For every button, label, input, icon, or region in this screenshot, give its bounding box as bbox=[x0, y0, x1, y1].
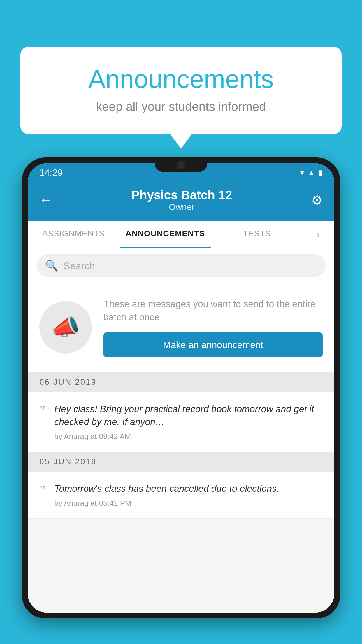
empty-state: 📣 These are messages you want to send to… bbox=[28, 283, 334, 372]
make-announcement-button[interactable]: Make an announcement bbox=[103, 332, 323, 357]
search-icon: 🔍 bbox=[45, 260, 58, 272]
tab-announcements[interactable]: ANNOUNCEMENTS bbox=[120, 221, 211, 249]
signal-icon: ▲ bbox=[307, 168, 315, 177]
phone-camera bbox=[177, 161, 185, 169]
announcement-item-2[interactable]: " Tomorrow's class has been cancelled du… bbox=[28, 472, 334, 519]
tab-tests[interactable]: TESTS bbox=[211, 221, 303, 248]
battery-icon: ▮ bbox=[319, 168, 323, 177]
phone-notch bbox=[155, 158, 207, 172]
phone-mockup: 14:29 ▾ ▲ ▮ ← Physics Batch 12 Owner ⚙ bbox=[22, 158, 340, 644]
header-subtitle: Owner bbox=[52, 202, 311, 212]
quote-icon-1: " bbox=[39, 404, 45, 419]
header-title-block: Physics Batch 12 Owner bbox=[52, 188, 311, 212]
bubble-subtitle: keep all your students informed bbox=[44, 100, 318, 114]
phone-outer: 14:29 ▾ ▲ ▮ ← Physics Batch 12 Owner ⚙ bbox=[22, 158, 340, 618]
announcement-meta-1: by Anurag at 09:42 AM bbox=[54, 432, 323, 441]
settings-button[interactable]: ⚙ bbox=[311, 193, 323, 208]
header-title: Physics Batch 12 bbox=[52, 188, 311, 202]
tabs-bar: ASSIGNMENTS ANNOUNCEMENTS TESTS › bbox=[28, 221, 334, 249]
date-separator-2: 05 JUN 2019 bbox=[28, 452, 334, 472]
tab-assignments[interactable]: ASSIGNMENTS bbox=[28, 221, 120, 248]
bubble-title: Announcements bbox=[44, 64, 318, 94]
empty-icon-circle: 📣 bbox=[39, 301, 92, 354]
announcement-body-1: Hey class! Bring your practical record b… bbox=[54, 402, 323, 441]
speech-bubble-card: Announcements keep all your students inf… bbox=[20, 47, 342, 134]
speech-bubble-section: Announcements keep all your students inf… bbox=[20, 47, 342, 134]
status-icons: ▾ ▲ ▮ bbox=[300, 168, 323, 177]
content-area: 🔍 Search 📣 These are messages you want t… bbox=[28, 249, 334, 612]
back-button[interactable]: ← bbox=[39, 193, 52, 207]
search-bar[interactable]: 🔍 Search bbox=[36, 254, 326, 277]
status-time: 14:29 bbox=[39, 167, 63, 178]
announcement-text-1: Hey class! Bring your practical record b… bbox=[54, 402, 323, 429]
announcement-body-2: Tomorrow's class has been cancelled due … bbox=[54, 482, 323, 508]
quote-icon-2: " bbox=[39, 484, 45, 499]
empty-state-description: These are messages you want to send to t… bbox=[103, 298, 323, 324]
app-header: ← Physics Batch 12 Owner ⚙ bbox=[28, 182, 334, 221]
megaphone-icon: 📣 bbox=[51, 314, 80, 341]
announcement-meta-2: by Anurag at 05:42 PM bbox=[54, 499, 323, 508]
phone-screen: 14:29 ▾ ▲ ▮ ← Physics Batch 12 Owner ⚙ bbox=[28, 163, 334, 612]
date-separator-1: 06 JUN 2019 bbox=[28, 372, 334, 392]
search-placeholder: Search bbox=[64, 260, 95, 272]
announcement-item-1[interactable]: " Hey class! Bring your practical record… bbox=[28, 392, 334, 452]
wifi-icon: ▾ bbox=[300, 168, 304, 177]
announcement-text-2: Tomorrow's class has been cancelled due … bbox=[54, 482, 323, 495]
empty-state-right: These are messages you want to send to t… bbox=[103, 298, 323, 357]
search-bar-wrapper: 🔍 Search bbox=[28, 249, 334, 283]
tab-more[interactable]: › bbox=[303, 221, 334, 248]
